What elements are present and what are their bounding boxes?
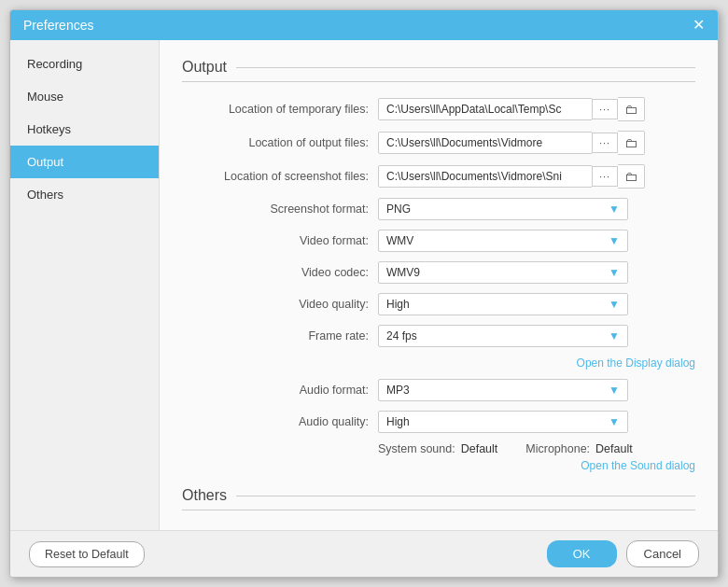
output-files-dots-button[interactable]: ··· [593,133,618,153]
audio-format-select[interactable]: MP3 ▼ [378,379,628,401]
system-sound-key: System sound: [378,442,455,455]
output-section-title: Output [182,59,695,82]
title-bar: Preferences ✕ [10,10,718,40]
video-codec-value: WMV9 [386,266,420,279]
close-button[interactable]: ✕ [693,18,705,33]
microphone-value: Default [595,442,633,455]
open-sound-dialog-link[interactable]: Open the Sound dialog [581,459,695,472]
video-codec-label: Video codec: [182,266,378,279]
video-quality-row: Video quality: High ▼ [182,293,695,315]
dialog-title: Preferences [23,18,93,33]
temp-files-field-group: C:\Users\ll\AppData\Local\Temp\Sc ··· 🗀 [378,97,695,121]
output-files-label: Location of output files: [182,136,378,149]
system-sound-value: Default [461,442,498,455]
video-format-select[interactable]: WMV ▼ [378,230,628,252]
screenshot-files-input-wrapper: C:\Users\ll\Documents\Vidmore\Sni ··· 🗀 [378,164,645,189]
audio-quality-label: Audio quality: [182,415,378,428]
audio-quality-row: Audio quality: High ▼ [182,411,695,433]
sidebar-item-recording[interactable]: Recording [10,48,159,80]
sound-row: System sound: Default Microphone: Defaul… [182,442,695,455]
screenshot-files-folder-button[interactable]: 🗀 [618,164,645,189]
sound-link-row: Open the Sound dialog [182,459,695,472]
sidebar: Recording Mouse Hotkeys Output Others [10,40,160,530]
frame-rate-label: Frame rate: [182,329,378,342]
sidebar-item-others[interactable]: Others [10,178,159,211]
screenshot-files-row: Location of screenshot files: C:\Users\l… [182,164,695,189]
video-codec-select[interactable]: WMV9 ▼ [378,261,628,284]
temp-files-input-wrapper: C:\Users\ll\AppData\Local\Temp\Sc ··· 🗀 [378,97,645,121]
screenshot-format-arrow-icon: ▼ [609,203,620,216]
temp-files-folder-button[interactable]: 🗀 [618,97,645,121]
video-quality-arrow-icon: ▼ [609,298,620,311]
others-section-title: Others [182,487,695,510]
reset-to-default-button[interactable]: Reset to Default [29,541,145,567]
screenshot-files-dots-button[interactable]: ··· [593,166,618,187]
screenshot-files-field-group: C:\Users\ll\Documents\Vidmore\Sni ··· 🗀 [378,164,695,189]
video-quality-value: High [386,298,410,311]
audio-format-row: Audio format: MP3 ▼ [182,379,695,401]
video-format-row: Video format: WMV ▼ [182,230,695,252]
open-display-dialog-link[interactable]: Open the Display dialog [577,356,695,370]
dialog-body: Recording Mouse Hotkeys Output Others Ou… [10,40,718,530]
sidebar-item-mouse[interactable]: Mouse [10,80,159,113]
video-codec-arrow-icon: ▼ [609,266,620,279]
audio-quality-arrow-icon: ▼ [609,415,620,428]
temp-files-input[interactable]: C:\Users\ll\AppData\Local\Temp\Sc [378,98,593,120]
frame-rate-row: Frame rate: 24 fps ▼ [182,325,695,347]
video-format-arrow-icon: ▼ [609,234,620,247]
screenshot-files-label: Location of screenshot files: [182,170,378,183]
sound-info: System sound: Default Microphone: Defaul… [378,442,633,455]
temp-files-label: Location of temporary files: [182,103,378,116]
screenshot-files-input[interactable]: C:\Users\ll\Documents\Vidmore\Sni [378,165,593,188]
frame-rate-arrow-icon: ▼ [609,329,620,342]
microphone-item: Microphone: Default [525,442,632,455]
others-section: Others [182,487,695,510]
preferences-dialog: Preferences ✕ Recording Mouse Hotkeys Ou… [9,9,719,578]
temp-files-dots-button[interactable]: ··· [593,99,618,119]
video-format-label: Video format: [182,234,378,247]
audio-format-value: MP3 [386,384,410,397]
output-files-input[interactable]: C:\Users\ll\Documents\Vidmore [378,132,593,154]
frame-rate-value: 24 fps [386,329,417,342]
frame-rate-select[interactable]: 24 fps ▼ [378,325,628,347]
video-codec-row: Video codec: WMV9 ▼ [182,261,695,284]
output-files-field-group: C:\Users\ll\Documents\Vidmore ··· 🗀 [378,131,695,155]
screenshot-format-row: Screenshot format: PNG ▼ [182,198,695,220]
footer-right: OK Cancel [547,540,699,567]
main-content: Output Location of temporary files: C:\U… [160,40,718,530]
video-format-value: WMV [386,234,413,247]
dialog-footer: Reset to Default OK Cancel [10,530,718,577]
audio-quality-select[interactable]: High ▼ [378,411,628,433]
output-files-input-wrapper: C:\Users\ll\Documents\Vidmore ··· 🗀 [378,131,645,155]
output-files-row: Location of output files: C:\Users\ll\Do… [182,131,695,155]
audio-quality-value: High [386,415,410,428]
audio-format-label: Audio format: [182,384,378,397]
output-files-folder-button[interactable]: 🗀 [618,131,645,155]
ok-button[interactable]: OK [547,540,617,567]
audio-format-arrow-icon: ▼ [609,384,620,397]
video-quality-label: Video quality: [182,298,378,311]
sidebar-item-output[interactable]: Output [10,146,159,178]
microphone-key: Microphone: [525,442,590,455]
display-link-row: Open the Display dialog [182,356,695,370]
screenshot-format-value: PNG [386,203,411,216]
screenshot-format-select[interactable]: PNG ▼ [378,198,628,220]
system-sound-item: System sound: Default [378,442,497,455]
screenshot-format-label: Screenshot format: [182,203,378,216]
video-quality-select[interactable]: High ▼ [378,293,628,315]
sidebar-item-hotkeys[interactable]: Hotkeys [10,113,159,146]
temp-files-row: Location of temporary files: C:\Users\ll… [182,97,695,121]
cancel-button[interactable]: Cancel [626,540,699,567]
